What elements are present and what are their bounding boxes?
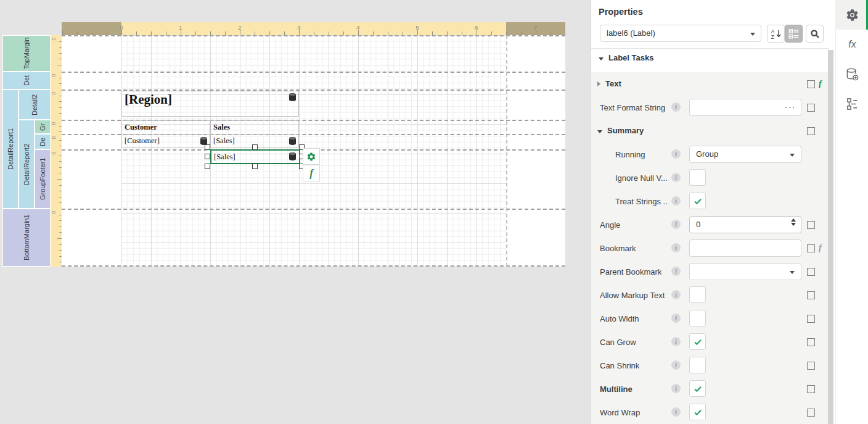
checkbox[interactable]	[689, 286, 706, 303]
spinner-buttons[interactable]	[790, 218, 797, 226]
section-label-tasks[interactable]: Label Tasks	[599, 53, 653, 62]
property-marker-checkbox[interactable]	[807, 315, 815, 323]
spin-up-icon[interactable]	[791, 218, 796, 222]
customer-header-cell[interactable]: Customer	[121, 120, 210, 135]
info-icon[interactable]: i	[671, 243, 681, 252]
checkmark-icon	[693, 337, 703, 347]
band-label: TopMargin	[3, 36, 50, 71]
band-header-detail2[interactable]: Detail2	[18, 89, 51, 120]
info-icon[interactable]: i	[671, 360, 681, 370]
band-header-detailreport1[interactable]: DetailReport1	[2, 89, 18, 209]
band-header-det[interactable]: Det	[2, 72, 51, 89]
gear-icon	[306, 152, 316, 162]
selection-handle[interactable]	[205, 154, 210, 159]
text-input[interactable]	[689, 239, 801, 257]
property-marker-checkbox[interactable]	[807, 80, 815, 88]
property-label: Multiline	[600, 385, 633, 394]
checkbox[interactable]	[689, 193, 706, 209]
info-icon[interactable]: i	[671, 384, 681, 393]
subsection-label[interactable]: Text	[597, 79, 621, 88]
smart-tag-gear-button[interactable]	[303, 148, 320, 165]
property-marker-checkbox[interactable]	[807, 338, 815, 346]
region-label[interactable]: [Region]	[121, 91, 299, 117]
band-header-de[interactable]: De	[35, 134, 51, 149]
checkbox[interactable]	[689, 357, 706, 373]
band-label: Det	[3, 72, 50, 89]
selection-handle[interactable]	[205, 144, 210, 150]
expand-triangle-icon	[597, 81, 600, 86]
database-add-icon	[845, 67, 859, 81]
property-marker-checkbox[interactable]	[807, 268, 815, 276]
property-marker-checkbox[interactable]	[807, 409, 815, 417]
dropdown[interactable]	[689, 263, 801, 280]
info-icon[interactable]: i	[671, 149, 681, 159]
property-marker-checkbox[interactable]	[807, 385, 815, 393]
toolbar-report-explorer-button[interactable]	[836, 89, 868, 118]
ellipsis-button[interactable]: ···	[785, 102, 796, 112]
checkbox[interactable]	[689, 380, 706, 397]
number-input[interactable]: 0	[689, 216, 801, 233]
gear-icon	[845, 8, 859, 22]
selection-handle[interactable]	[252, 144, 258, 150]
dropdown[interactable]: Group	[689, 146, 801, 163]
band-separator-line[interactable]	[62, 35, 565, 36]
band-separator-line[interactable]	[62, 265, 565, 267]
ruler-tick	[240, 30, 240, 35]
ruler-zero-marker: 0	[51, 36, 57, 42]
band-label: De	[35, 135, 50, 149]
spin-down-icon[interactable]	[791, 223, 796, 226]
info-icon[interactable]: i	[671, 290, 681, 299]
checkbox[interactable]	[689, 404, 706, 420]
checkbox[interactable]	[689, 333, 706, 350]
property-row-can-grow: Can Growi	[591, 330, 829, 354]
property-marker-checkbox[interactable]	[807, 221, 815, 229]
band-separator-line[interactable]	[62, 72, 565, 73]
expression-f-button[interactable]: f	[303, 165, 320, 181]
selected-sales-summary-label[interactable]: [Sales]	[210, 149, 300, 164]
info-icon[interactable]: i	[671, 267, 681, 276]
property-marker-checkbox[interactable]	[807, 291, 815, 299]
fx-expression-icon[interactable]: f	[819, 78, 822, 89]
band-header-detailreport2[interactable]: DetailReport2	[18, 120, 35, 209]
sort-alphabetical-button[interactable]: A Z	[767, 25, 785, 43]
scrollbar-thumb[interactable]	[828, 50, 833, 424]
ruler-zero-marker: 0	[51, 72, 57, 78]
info-icon[interactable]: i	[671, 407, 681, 417]
sales-header-cell[interactable]: Sales	[210, 120, 299, 135]
text-input[interactable]: ···	[689, 99, 801, 116]
property-marker-checkbox[interactable]	[807, 244, 815, 252]
toolbar-expressions-button[interactable]: fx	[836, 30, 868, 59]
info-icon[interactable]: i	[671, 196, 681, 206]
property-marker-checkbox[interactable]	[807, 104, 815, 112]
checkbox[interactable]	[689, 169, 706, 186]
band-header-bottommargin1[interactable]: BottomMargin1	[2, 209, 51, 267]
grouped-view-button[interactable]	[785, 25, 803, 43]
toolbar-field-list-button[interactable]	[836, 59, 868, 89]
customer-field-cell[interactable]: [Customer]	[121, 134, 210, 148]
fx-icon: fx	[848, 39, 856, 50]
ruler-number: 3	[295, 24, 303, 31]
property-marker-checkbox[interactable]	[807, 362, 815, 370]
toolbar-properties-button[interactable]	[836, 0, 868, 30]
checkbox[interactable]	[689, 310, 706, 326]
info-icon[interactable]: i	[671, 102, 681, 112]
info-icon[interactable]: i	[671, 220, 681, 229]
component-selector[interactable]: label6 (Label)	[600, 25, 761, 42]
band-header-groupfooter1[interactable]: GroupFooter1	[35, 149, 51, 209]
info-icon[interactable]: i	[671, 337, 681, 346]
band-separator-line[interactable]	[62, 209, 565, 210]
ruler-zero-marker: 0	[51, 90, 57, 96]
fx-expression-icon[interactable]: f	[819, 243, 822, 254]
property-label: Running	[615, 150, 645, 159]
selection-handle[interactable]	[252, 164, 258, 169]
search-properties-button[interactable]	[806, 25, 824, 43]
info-icon[interactable]: i	[671, 314, 681, 323]
ruler-tick	[358, 30, 359, 35]
selection-handle[interactable]	[205, 164, 210, 169]
subsection-label[interactable]: Summary	[597, 126, 644, 135]
design-surface[interactable]: [Region] Customer Sales [Customer] [Sale…	[62, 35, 565, 267]
band-header-gr[interactable]: Gr	[35, 120, 51, 134]
property-marker-checkbox[interactable]	[807, 127, 815, 135]
info-icon[interactable]: i	[671, 173, 681, 182]
band-header-topmargin[interactable]: TopMargin	[2, 35, 51, 72]
